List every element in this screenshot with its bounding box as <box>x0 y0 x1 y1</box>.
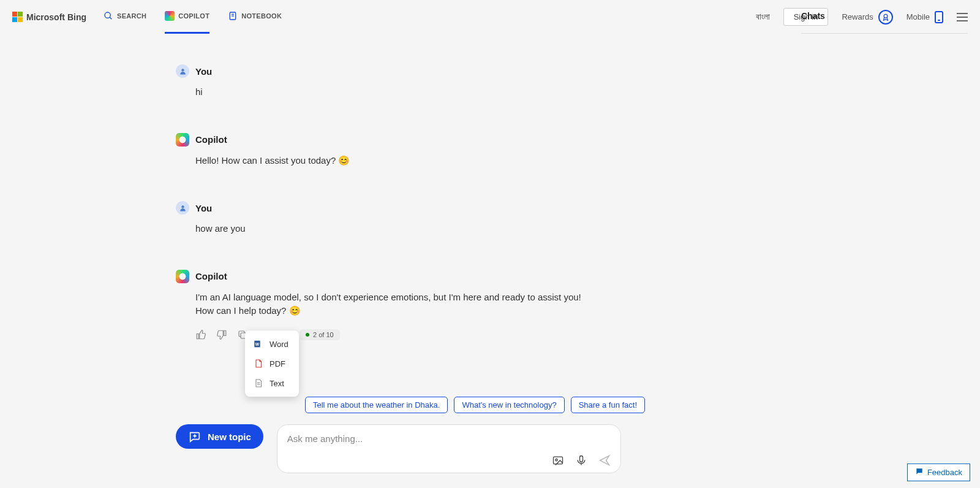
chat-input[interactable] <box>287 433 611 454</box>
nav-tabs: SEARCH COPILOT NOTEBOOK <box>104 1 282 34</box>
message-body: Hello! How can I assist you today? 😊 <box>195 154 587 168</box>
svg-point-0 <box>105 12 110 18</box>
language-switch[interactable]: বাংলা <box>756 12 770 22</box>
message-user: You hi <box>176 64 600 99</box>
copilot-icon <box>165 11 175 21</box>
sender-name: Copilot <box>195 271 227 281</box>
logo[interactable]: Microsoft Bing <box>12 12 86 22</box>
export-word[interactable]: W Word <box>245 334 299 354</box>
microphone-icon[interactable] <box>575 454 587 467</box>
message-body: how are you <box>195 222 587 236</box>
sender-name: Copilot <box>195 134 227 145</box>
svg-text:W: W <box>255 342 260 346</box>
composer-row: New topic <box>176 424 621 473</box>
tab-search[interactable]: SEARCH <box>104 1 146 34</box>
logo-text: Microsoft Bing <box>26 12 86 22</box>
export-text[interactable]: Text <box>245 373 299 393</box>
composer <box>277 424 621 473</box>
export-word-label: Word <box>270 340 288 349</box>
feedback-icon <box>915 467 924 478</box>
suggestion-row: Tell me about the weather in Dhaka. What… <box>305 397 645 413</box>
export-menu: W Word PDF Text <box>245 330 299 397</box>
copilot-avatar-icon <box>176 270 189 283</box>
text-file-icon <box>254 378 263 388</box>
feedback-button[interactable]: Feedback <box>907 463 970 481</box>
word-icon: W <box>254 339 263 349</box>
thumbs-up-icon[interactable] <box>195 329 206 340</box>
export-pdf-label: PDF <box>270 359 285 368</box>
new-topic-icon <box>188 430 202 443</box>
export-pdf[interactable]: PDF <box>245 354 299 373</box>
microsoft-logo-icon <box>12 12 23 22</box>
search-icon <box>104 11 113 21</box>
svg-point-7 <box>181 205 184 208</box>
suggestion-chip[interactable]: Share a fun fact! <box>571 397 645 413</box>
new-topic-button[interactable]: New topic <box>176 424 263 449</box>
notebook-icon <box>228 11 238 21</box>
suggestion-chip[interactable]: What's new in technology? <box>454 397 564 413</box>
conversation: You hi Copilot Hello! How can I assist y… <box>0 34 600 340</box>
svg-line-1 <box>110 17 111 19</box>
counter-text: 2 of 10 <box>313 331 334 338</box>
sender-name: You <box>195 66 212 77</box>
message-body: I'm an AI language model, so I don't exp… <box>195 291 587 318</box>
tab-notebook[interactable]: NOTEBOOK <box>228 1 282 34</box>
svg-point-6 <box>181 69 184 71</box>
svg-rect-17 <box>579 456 582 462</box>
message-copilot: Copilot I'm an AI language model, so I d… <box>176 270 600 340</box>
svg-point-16 <box>556 459 557 461</box>
image-upload-icon[interactable] <box>552 454 564 467</box>
send-icon <box>598 454 611 467</box>
thumbs-down-icon[interactable] <box>216 329 227 340</box>
export-text-label: Text <box>270 379 284 388</box>
new-topic-label: New topic <box>208 432 251 442</box>
feedback-label: Feedback <box>927 468 962 477</box>
response-counter: 2 of 10 <box>300 329 340 340</box>
dot-icon <box>306 333 309 337</box>
pdf-icon <box>254 359 263 368</box>
message-copilot: Copilot Hello! How can I assist you toda… <box>176 133 600 168</box>
tab-copilot[interactable]: COPILOT <box>165 1 209 34</box>
tab-copilot-label: COPILOT <box>178 12 209 20</box>
chats-panel: Chats <box>789 11 980 34</box>
message-body: hi <box>195 85 587 99</box>
user-avatar-icon <box>176 64 189 78</box>
suggestion-chip[interactable]: Tell me about the weather in Dhaka. <box>305 397 448 413</box>
user-avatar-icon <box>176 201 189 215</box>
composer-icons <box>552 454 611 467</box>
chats-title: Chats <box>801 11 968 34</box>
message-user: You how are you <box>176 201 600 236</box>
copilot-avatar-icon <box>176 133 189 147</box>
tab-search-label: SEARCH <box>117 12 146 20</box>
sender-name: You <box>195 203 212 213</box>
tab-notebook-label: NOTEBOOK <box>241 12 282 20</box>
